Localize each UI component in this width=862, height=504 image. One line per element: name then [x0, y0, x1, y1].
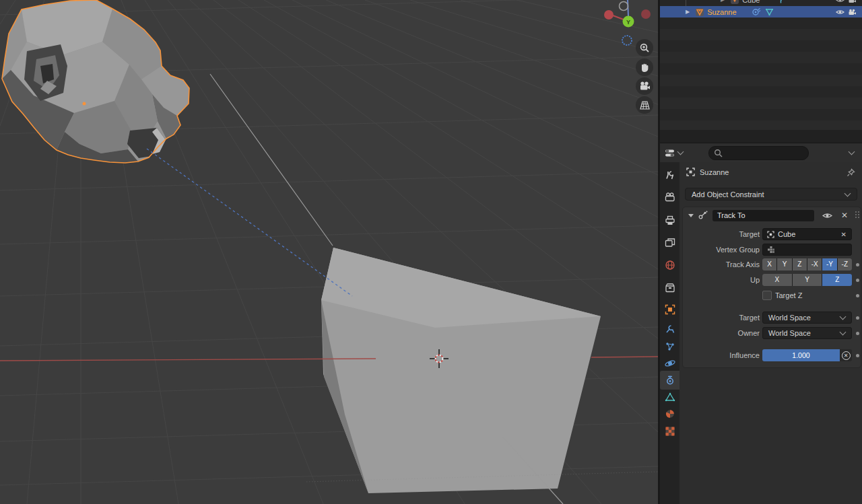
constraint-icon[interactable]: [752, 7, 761, 16]
track-axis-neg-x[interactable]: -X: [807, 258, 822, 271]
track-axis-z[interactable]: Z: [793, 258, 807, 271]
search-icon: [714, 149, 723, 157]
track-axis-y[interactable]: Y: [777, 258, 791, 271]
properties-editor-icon: [665, 148, 676, 158]
mesh-data-icon: [777, 0, 785, 4]
tab-particles[interactable]: [660, 337, 679, 356]
track-axis-neg-y[interactable]: -Y: [822, 258, 836, 271]
add-constraint-label: Add Object Constraint: [692, 190, 764, 199]
target-z-label: Target Z: [775, 291, 802, 299]
expand-arrow-icon[interactable]: ▶: [721, 0, 725, 3]
object-icon: [686, 168, 695, 176]
object-origin: [83, 102, 86, 106]
mesh-data-icon[interactable]: [765, 8, 774, 16]
outliner-item-label[interactable]: Cube: [742, 0, 760, 4]
target-object-field[interactable]: Cube ✕: [762, 228, 852, 240]
tab-physics[interactable]: [660, 354, 679, 373]
tab-modifiers[interactable]: [660, 320, 679, 338]
gizmo-axis-z-neg: [620, 2, 628, 11]
gizmo-axis-y-neg: [622, 36, 632, 45]
right-panel-region: ▶ Cube ▶ Suzanne: [658, 0, 862, 504]
tab-output[interactable]: [660, 211, 679, 229]
target-z-checkbox[interactable]: [762, 291, 772, 300]
target-space-dropdown[interactable]: World Space: [762, 312, 852, 324]
tab-texture[interactable]: [660, 422, 679, 441]
target-z-row: Target Z: [683, 289, 861, 301]
influence-value[interactable]: 1.000: [762, 349, 840, 361]
zoom-button[interactable]: [636, 39, 653, 57]
mesh-object-icon: [695, 7, 704, 17]
animate-dot[interactable]: [856, 279, 859, 282]
tab-view-layer[interactable]: [660, 233, 679, 252]
breadcrumb-object-name[interactable]: Suzanne: [700, 168, 729, 176]
tab-render[interactable]: [660, 188, 679, 207]
animate-dot[interactable]: [856, 332, 859, 335]
eye-icon[interactable]: [836, 0, 844, 3]
3d-viewport[interactable]: [0, 0, 658, 504]
owner-space-row: Owner World Space: [683, 327, 861, 339]
circle-x-icon: ✕: [842, 351, 851, 360]
tab-scene[interactable]: [660, 278, 679, 297]
up-y[interactable]: Y: [793, 274, 822, 286]
constraint-panel-header[interactable]: Track To ✕: [683, 207, 861, 223]
gizmo-axis-x-neg: [641, 9, 651, 19]
track-axis-label: Track Axis: [692, 260, 760, 268]
constraint-panel-track-to: Track To ✕ Target Cube ✕ Vertex G: [682, 207, 861, 368]
editor-type-button[interactable]: [665, 148, 683, 158]
drag-handle-icon[interactable]: [855, 211, 861, 219]
eye-icon[interactable]: [822, 212, 832, 219]
tab-tool[interactable]: [660, 166, 679, 184]
grid-ortho-icon: [639, 100, 651, 110]
camera-view-icon: [639, 81, 651, 92]
animate-dot[interactable]: [856, 354, 859, 357]
influence-clear-button[interactable]: ✕: [840, 349, 852, 361]
animate-dot[interactable]: [856, 316, 859, 320]
toggle-ortho-button[interactable]: [636, 96, 653, 114]
outliner-editor: ▶ Cube ▶ Suzanne: [660, 0, 862, 130]
clear-target-icon[interactable]: ✕: [841, 231, 847, 238]
up-x[interactable]: X: [762, 274, 792, 286]
outliner-item-label[interactable]: Suzanne: [707, 8, 736, 16]
chevron-down-icon: [840, 314, 847, 320]
vertex-group-field[interactable]: [762, 244, 852, 256]
tab-object-data[interactable]: [660, 388, 679, 406]
add-object-constraint-button[interactable]: Add Object Constraint: [685, 188, 857, 201]
pin-icon[interactable]: [847, 168, 855, 178]
chevron-down-icon: [840, 329, 847, 336]
mesh-object-icon: [730, 0, 739, 5]
track-axis-row: Track Axis X Y Z -X -Y -Z: [683, 258, 861, 271]
tab-object[interactable]: [660, 300, 679, 319]
close-icon[interactable]: ✕: [841, 211, 848, 220]
tab-world[interactable]: [660, 256, 679, 275]
header-menu-chevron-icon[interactable]: [849, 149, 855, 155]
influence-row: Influence 1.000 ✕: [683, 349, 861, 361]
move-view-button[interactable]: [636, 59, 653, 76]
track-axis-segmented: X Y Z -X -Y -Z: [762, 258, 852, 271]
vertex-group-label: Vertex Group: [692, 246, 760, 254]
gizmo-y-label: Y: [626, 19, 630, 26]
gizmo-axis-x: [604, 10, 614, 20]
up-z[interactable]: Z: [822, 274, 852, 286]
track-axis-x[interactable]: X: [762, 258, 776, 271]
collapse-triangle-icon[interactable]: [688, 214, 694, 217]
space-target-label: Target: [692, 314, 760, 322]
tab-material[interactable]: [660, 404, 679, 423]
camera-restrict-icon[interactable]: [848, 9, 857, 15]
search-input[interactable]: [708, 146, 809, 160]
camera-view-button[interactable]: [636, 77, 653, 95]
camera-restrict-icon[interactable]: [848, 0, 857, 3]
move-hand-icon: [639, 62, 650, 73]
animate-dot[interactable]: [856, 263, 859, 266]
constraint-header-icon: [698, 211, 708, 220]
outliner-row-suzanne[interactable]: ▶ Suzanne: [660, 6, 862, 17]
constraint-name-input[interactable]: Track To: [712, 210, 814, 221]
properties-main: Suzanne Add Object Constraint Track To ✕: [679, 162, 862, 504]
owner-space-dropdown[interactable]: World Space: [762, 327, 852, 339]
animate-dot[interactable]: [856, 294, 859, 297]
expand-arrow-icon[interactable]: ▶: [686, 9, 690, 15]
influence-slider[interactable]: 1.000 ✕: [762, 349, 852, 361]
outliner-row-cube[interactable]: ▶ Cube: [660, 0, 862, 5]
eye-icon[interactable]: [836, 9, 844, 15]
tab-constraints[interactable]: [660, 371, 679, 390]
track-axis-neg-z[interactable]: -Z: [838, 258, 852, 271]
